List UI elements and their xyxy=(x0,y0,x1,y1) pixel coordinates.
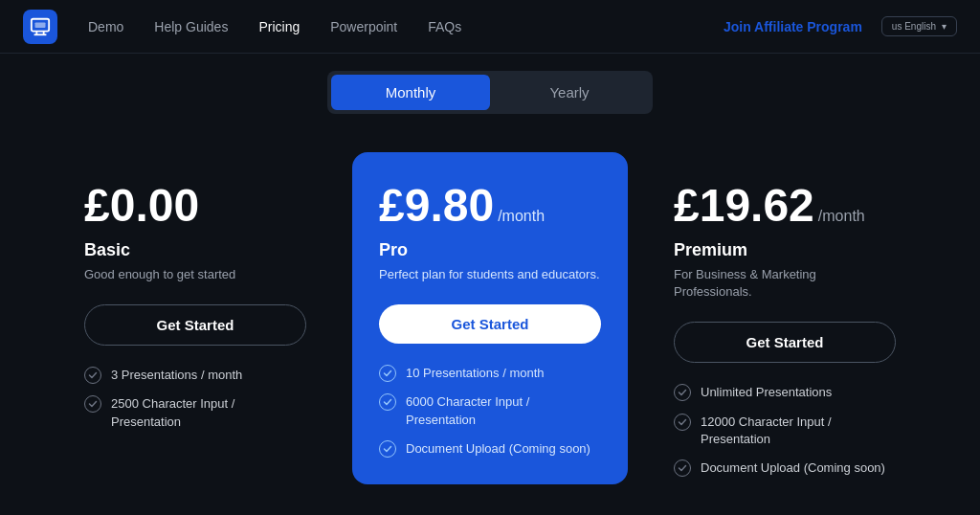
check-icon xyxy=(379,393,396,411)
premium-plan-name: Premium xyxy=(674,240,896,260)
premium-price: £19.62/month xyxy=(674,183,896,229)
basic-get-started-button[interactable]: Get Started xyxy=(84,304,306,346)
chevron-down-icon: ▾ xyxy=(942,21,947,32)
nav-powerpoint[interactable]: Powerpoint xyxy=(330,19,397,34)
nav-help-guides[interactable]: Help Guides xyxy=(154,19,228,34)
pricing-section: £0.00 Basic Good enough to get started G… xyxy=(0,125,980,504)
check-icon xyxy=(674,414,691,431)
premium-plan-desc: For Business & Marketing Professionals. xyxy=(674,266,896,301)
svg-rect-2 xyxy=(35,22,46,28)
check-icon xyxy=(674,384,691,401)
language-selector[interactable]: us English ▾ xyxy=(881,16,957,36)
list-item: 3 Presentations / month xyxy=(84,367,306,384)
list-item: Unlimited Presentations xyxy=(674,384,896,401)
navbar: Demo Help Guides Pricing Powerpoint FAQs… xyxy=(0,0,980,54)
list-item: Document Upload (Coming soon) xyxy=(379,440,601,458)
billing-toggle-section: Monthly Yearly xyxy=(0,54,980,125)
billing-toggle: Monthly Yearly xyxy=(327,71,653,114)
pro-plan-desc: Perfect plan for students and educators. xyxy=(379,266,601,283)
check-icon xyxy=(84,395,101,413)
basic-plan-card: £0.00 Basic Good enough to get started G… xyxy=(57,152,333,458)
pro-price: £9.80/month xyxy=(379,183,601,229)
check-icon xyxy=(84,367,101,384)
basic-features: 3 Presentations / month 2500 Character I… xyxy=(84,367,306,431)
lang-label: us English xyxy=(892,21,936,32)
nav-right: Join Affiliate Program us English ▾ xyxy=(724,16,957,36)
list-item: Document Upload (Coming soon) xyxy=(674,459,896,477)
pro-plan-name: Pro xyxy=(379,240,601,260)
check-icon xyxy=(379,365,396,382)
pro-features: 10 Presentations / month 6000 Character … xyxy=(379,365,601,458)
nav-pricing[interactable]: Pricing xyxy=(258,19,300,34)
basic-plan-desc: Good enough to get started xyxy=(84,266,306,283)
check-icon xyxy=(379,440,396,458)
basic-price: £0.00 xyxy=(84,183,306,229)
pro-plan-card: £9.80/month Pro Perfect plan for student… xyxy=(352,152,628,484)
list-item: 10 Presentations / month xyxy=(379,365,601,382)
nav-demo[interactable]: Demo xyxy=(88,19,123,34)
premium-get-started-button[interactable]: Get Started xyxy=(674,322,896,363)
check-icon xyxy=(674,459,691,477)
yearly-toggle[interactable]: Yearly xyxy=(490,75,649,110)
list-item: 12000 Character Input / Presentation xyxy=(674,414,896,448)
premium-plan-card: £19.62/month Premium For Business & Mark… xyxy=(647,152,923,504)
premium-features: Unlimited Presentations 12000 Character … xyxy=(674,384,896,477)
list-item: 2500 Character Input / Presentation xyxy=(84,395,306,430)
nav-faqs[interactable]: FAQs xyxy=(428,19,461,34)
nav-links: Demo Help Guides Pricing Powerpoint FAQs xyxy=(88,19,724,34)
join-affiliate-link[interactable]: Join Affiliate Program xyxy=(724,19,862,34)
monthly-toggle[interactable]: Monthly xyxy=(331,75,490,110)
basic-plan-name: Basic xyxy=(84,240,306,260)
list-item: 6000 Character Input / Presentation xyxy=(379,393,601,428)
logo-icon xyxy=(30,16,51,37)
pro-get-started-button[interactable]: Get Started xyxy=(379,304,601,344)
logo[interactable] xyxy=(23,10,57,44)
